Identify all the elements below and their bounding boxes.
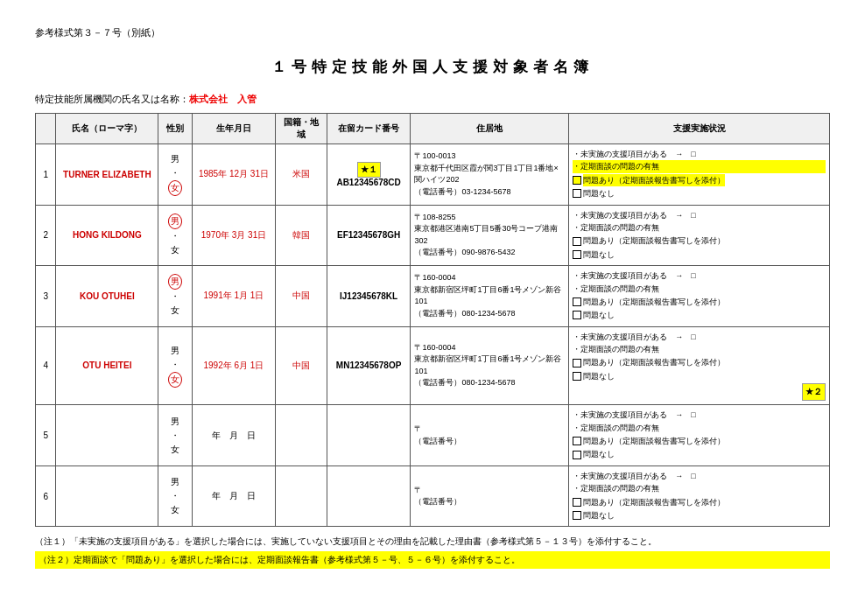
table-row: 6男・女年 月 日〒（電話番号）・未実施の支援項目がある → □・定期面談の問題… <box>36 466 830 527</box>
main-title: １号特定技能外国人支援対象者名簿 <box>35 57 830 77</box>
cell-nationality: 中国 <box>276 266 327 327</box>
table-row: 4OTU HEITEI男・女1992年 6月 1日中国MN12345678OP〒… <box>36 326 830 405</box>
cell-nationality <box>276 405 327 466</box>
cell-name <box>56 405 158 466</box>
cell-residence-card: IJ12345678KL <box>327 266 411 327</box>
header-gender: 性別 <box>158 114 192 144</box>
cell-dob: 1970年 3月 31日 <box>192 205 276 266</box>
cell-residence-card <box>327 405 411 466</box>
cell-support: ・未実施の支援項目がある → □・定期面談の問題の有無問題あり（定期面談報告書写… <box>569 405 830 466</box>
table-row: 3KOU OTUHEI男・女1991年 1月 1日中国IJ12345678KL〒… <box>36 266 830 327</box>
cell-gender: 男・女 <box>158 405 192 466</box>
checkbox-mondai-nashi[interactable] <box>573 451 581 459</box>
cell-name: OTU HEITEI <box>56 326 158 405</box>
header-nationality: 国籍・地域 <box>276 114 327 144</box>
checkbox-mondai-nashi[interactable] <box>573 189 581 198</box>
cell-dob: 年 月 日 <box>192 466 276 527</box>
header-address: 住居地 <box>411 114 569 144</box>
cell-support: ・未実施の支援項目がある → □・定期面談の問題の有無問題あり（定期面談報告書写… <box>569 466 830 527</box>
cell-gender: 男・女 <box>158 144 192 206</box>
cell-dob: 1991年 1月 1日 <box>192 266 276 327</box>
cell-residence-card: MN12345678OP <box>327 326 411 405</box>
cell-name: HONG KILDONG <box>56 205 158 266</box>
cell-nationality: 米国 <box>276 144 327 206</box>
star-badge-1: ★１ <box>357 162 381 178</box>
cell-name: KOU OTUHEI <box>56 266 158 327</box>
header-support: 支援実施状況 <box>569 114 830 144</box>
cell-support: ・未実施の支援項目がある → □・定期面談の問題の有無問題あり（定期面談報告書写… <box>569 266 830 327</box>
cell-no: 3 <box>36 266 56 327</box>
cell-address: 〒（電話番号） <box>411 405 569 466</box>
header-residence-card: 在留カード番号 <box>327 114 411 144</box>
cell-support: ・未実施の支援項目がある → □・定期面談の問題の有無問題あり（定期面談報告書写… <box>569 144 830 206</box>
cell-gender: 男・女 <box>158 466 192 527</box>
note-2: （注２）定期面談で「問題あり」を選択した場合には、定期面談報告書（参考様式第５－… <box>35 551 830 569</box>
cell-no: 6 <box>36 466 56 527</box>
table-row: 1TURNER ELIZABETH男・女1985年 12月 31日米国★１AB1… <box>36 144 830 206</box>
checkbox-mondai-ari[interactable] <box>573 237 581 246</box>
cell-nationality <box>276 466 327 527</box>
cell-name: TURNER ELIZABETH <box>56 144 158 206</box>
checkbox-mondai-nashi[interactable] <box>573 372 581 381</box>
cell-address: 〒160-0004東京都新宿区坪町1丁目6番1号メゾン新谷101（電話番号）08… <box>411 326 569 405</box>
checkbox-mondai-ari[interactable] <box>573 359 581 368</box>
header-no <box>36 114 56 144</box>
cell-residence-card: EF12345678GH <box>327 205 411 266</box>
cell-gender: 男・女 <box>158 326 192 405</box>
cell-no: 2 <box>36 205 56 266</box>
cell-address: 〒160-0004東京都新宿区坪町1丁目6番1号メゾン新谷101（電話番号）08… <box>411 266 569 327</box>
cell-support: ・未実施の支援項目がある → □・定期面談の問題の有無問題あり（定期面談報告書写… <box>569 326 830 405</box>
cell-no: 5 <box>36 405 56 466</box>
cell-support: ・未実施の支援項目がある → □・定期面談の問題の有無問題あり（定期面談報告書写… <box>569 205 830 266</box>
header-dob: 生年月日 <box>192 114 276 144</box>
cell-no: 1 <box>36 144 56 206</box>
cell-address: 〒（電話番号） <box>411 466 569 527</box>
cell-residence-card: ★１AB12345678CD <box>327 144 411 206</box>
cell-dob: 1992年 6月 1日 <box>192 326 276 405</box>
org-label: 特定技能所属機関の氏名又は名称：株式会社 入管 <box>35 93 830 106</box>
cell-gender: 男・女 <box>158 205 192 266</box>
cell-dob: 1985年 12月 31日 <box>192 144 276 206</box>
table-row: 2HONG KILDONG男・女1970年 3月 31日韓国EF12345678… <box>36 205 830 266</box>
checkbox-mondai-nashi[interactable] <box>573 250 581 259</box>
cell-dob: 年 月 日 <box>192 405 276 466</box>
header-name: 氏名（ローマ字） <box>56 114 158 144</box>
cell-address: 〒100-0013東京都千代田区霞が関3丁目1丁目1番地×関ハイツ202（電話番… <box>411 144 569 206</box>
cell-nationality: 韓国 <box>276 205 327 266</box>
checkbox-mondai-ari[interactable] <box>573 298 581 306</box>
note-1: （注１）「未実施の支援項目がある」を選択した場合には、実施していない支援項目とそ… <box>35 534 830 550</box>
cell-no: 4 <box>36 326 56 405</box>
org-name: 株式会社 入管 <box>189 94 257 104</box>
table-row: 5男・女年 月 日〒（電話番号）・未実施の支援項目がある → □・定期面談の問題… <box>36 405 830 466</box>
cell-nationality: 中国 <box>276 326 327 405</box>
star-badge-2: ★２ <box>802 383 826 401</box>
form-number: 参考様式第３－７号（別紙） <box>35 26 830 39</box>
notes-section: （注１）「未実施の支援項目がある」を選択した場合には、実施していない支援項目とそ… <box>35 534 830 569</box>
cell-name <box>56 466 158 527</box>
main-table: 氏名（ローマ字） 性別 生年月日 国籍・地域 在留カード番号 住居地 支援実施状… <box>35 113 830 527</box>
checkbox-mondai-nashi[interactable] <box>573 311 581 319</box>
checkbox-mondai-ari[interactable] <box>573 176 581 185</box>
checkbox-mondai-nashi[interactable] <box>573 511 581 520</box>
checkbox-mondai-ari[interactable] <box>573 437 581 445</box>
cell-address: 〒108-8255東京都港区港南5丁目5番30号コープ港南302（電話番号）09… <box>411 205 569 266</box>
checkbox-mondai-ari[interactable] <box>573 498 581 507</box>
cell-residence-card <box>327 466 411 527</box>
cell-gender: 男・女 <box>158 266 192 327</box>
